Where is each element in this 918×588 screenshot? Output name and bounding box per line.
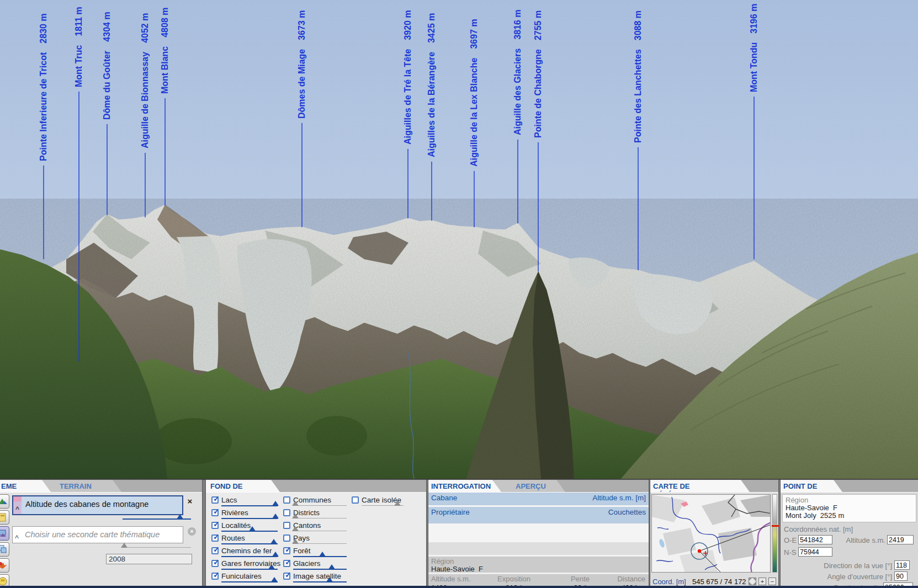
slider-thumb[interactable] bbox=[272, 514, 279, 518]
slider-thumb[interactable] bbox=[328, 564, 335, 569]
layer-opacity-slider[interactable] bbox=[221, 518, 278, 519]
second-theme-slider[interactable] bbox=[123, 547, 191, 548]
slider-thumb[interactable] bbox=[394, 501, 401, 506]
oe-input[interactable] bbox=[798, 535, 832, 544]
query-row-proprietaire[interactable]: Propriétaire Couchettes bbox=[428, 507, 649, 523]
layer-row: ✓Lacs bbox=[211, 496, 279, 509]
interrogation-panel: APERÇU INTERROGATION Cabane Altitude s.m… bbox=[428, 480, 649, 587]
layer-opacity-slider[interactable] bbox=[293, 556, 347, 557]
tab-fond-de-carte[interactable]: FOND DE CARTE bbox=[206, 480, 280, 492]
slider-thumb[interactable] bbox=[292, 539, 299, 544]
terrain-3d-view[interactable]: Pointe Inferieure de Tricot2830 mMont Tr… bbox=[0, 0, 918, 479]
reference-map-render bbox=[652, 495, 771, 573]
checkbox-checked[interactable]: ✓ bbox=[211, 573, 219, 580]
tab-apercu[interactable]: APERÇU bbox=[494, 480, 565, 492]
altitude-header: Altitude s.m. [m] bbox=[592, 494, 646, 502]
chevron-up-icon[interactable]: ^ bbox=[15, 505, 19, 513]
theme-panel-header: TERRAIN EME bbox=[0, 480, 202, 492]
slider-thumb[interactable] bbox=[319, 552, 326, 557]
oe-label: O-E bbox=[784, 536, 797, 544]
layer-opacity-slider[interactable] bbox=[221, 556, 278, 557]
layer-opacity-slider[interactable] bbox=[221, 569, 278, 570]
slider-thumb[interactable] bbox=[292, 526, 299, 531]
tool-button-2[interactable] bbox=[0, 510, 9, 525]
peak-label: Mont Blanc4808 m bbox=[160, 8, 169, 94]
slider-thumb[interactable] bbox=[272, 552, 279, 557]
slider-thumb[interactable] bbox=[270, 539, 277, 544]
layer-row: Districts bbox=[283, 509, 346, 521]
second-theme-dropdown[interactable]: ^ Choisir une seconde carte thématique bbox=[12, 526, 183, 543]
checkbox-checked[interactable]: ✓ bbox=[283, 573, 290, 580]
summit-value: Mont Joly 2525 m bbox=[786, 511, 844, 520]
checkbox-checked[interactable]: ✓ bbox=[211, 534, 219, 542]
query-stats-row: Altitude s.m. 1488 m Exposition 212 ° Pe… bbox=[428, 573, 649, 587]
slider-thumb[interactable] bbox=[326, 577, 333, 582]
slider-thumb[interactable] bbox=[121, 543, 128, 548]
peak-label: Aiguille des Glaciers3816 m bbox=[513, 9, 522, 135]
second-theme-placeholder: Choisir une seconde carte thématique bbox=[25, 530, 160, 539]
peak-label: Dôme du Goûter4304 m bbox=[102, 12, 112, 120]
chevron-up-icon[interactable]: ^ bbox=[15, 534, 19, 542]
tab-interrogation[interactable]: INTERROGATION bbox=[428, 480, 501, 492]
layer-opacity-slider[interactable] bbox=[293, 505, 347, 506]
layer-opacity-slider[interactable] bbox=[293, 518, 347, 518]
checkbox-checked[interactable]: ✓ bbox=[211, 509, 219, 516]
slider-thumb[interactable] bbox=[271, 577, 278, 582]
checkbox-checked[interactable]: ✓ bbox=[211, 547, 219, 554]
theme-layer-dropdown[interactable]: ^ Altitude des cabanes de montagne bbox=[12, 495, 183, 515]
layer-opacity-slider[interactable] bbox=[221, 543, 278, 544]
layer-opacity-slider[interactable] bbox=[221, 505, 278, 506]
tab-theme[interactable]: EME bbox=[0, 480, 51, 492]
slider-thumb[interactable] bbox=[292, 501, 299, 506]
tool-button-5[interactable] bbox=[0, 558, 9, 573]
tab-point-de-vue[interactable]: POINT DE VUE bbox=[781, 480, 842, 492]
layer-opacity-slider[interactable] bbox=[293, 531, 347, 531]
tool-button-1[interactable] bbox=[0, 494, 9, 509]
checkbox-unchecked[interactable] bbox=[283, 509, 290, 516]
layer-opacity-slider[interactable] bbox=[293, 543, 347, 544]
slider-thumb[interactable] bbox=[268, 564, 275, 569]
year-input[interactable] bbox=[106, 554, 192, 564]
checkbox-checked[interactable]: ✓ bbox=[211, 496, 219, 504]
layer-opacity-slider[interactable] bbox=[221, 581, 278, 582]
checkbox-unchecked[interactable] bbox=[352, 496, 359, 504]
tab-terrain[interactable]: TERRAIN bbox=[39, 480, 121, 492]
checkbox-unchecked[interactable] bbox=[283, 534, 290, 542]
close-theme-button[interactable]: × bbox=[185, 497, 194, 506]
peak-label: Mont Truc1811 m bbox=[74, 7, 83, 87]
layer-label: Glaciers bbox=[293, 559, 321, 568]
checkbox-checked[interactable]: ✓ bbox=[283, 560, 290, 567]
zoom-in-button[interactable]: + bbox=[758, 578, 766, 585]
region-label: Région bbox=[786, 496, 808, 504]
theme-opacity-slider[interactable] bbox=[123, 518, 191, 520]
aperture-label: Angle d'ouverture [°] bbox=[803, 573, 892, 581]
reference-map[interactable] bbox=[651, 494, 771, 573]
checkbox-unchecked[interactable] bbox=[283, 496, 290, 504]
layer-opacity-slider[interactable] bbox=[293, 581, 347, 582]
ns-input[interactable] bbox=[798, 547, 832, 557]
layer-opacity-slider[interactable] bbox=[293, 569, 347, 570]
altitude-input[interactable] bbox=[887, 535, 914, 544]
peak-label: Pointe de Chaborgne2755 m bbox=[533, 10, 543, 138]
slider-thumb[interactable] bbox=[292, 514, 299, 518]
query-row-cabane[interactable]: Cabane Altitude s.m. [m] bbox=[428, 493, 649, 505]
aperture-input[interactable] bbox=[894, 571, 908, 581]
peak-label: Aiguille de Bionnassay4052 m bbox=[140, 13, 150, 148]
tool-button-4[interactable] bbox=[0, 542, 9, 557]
checkbox-unchecked[interactable] bbox=[283, 522, 290, 529]
checkbox-checked[interactable]: ✓ bbox=[211, 522, 219, 529]
tab-carte-de-reference[interactable]: CARTE DE RÉFÉRENCE bbox=[650, 480, 750, 492]
layer-row: ✓Chemins de fer bbox=[211, 547, 279, 559]
direction-input[interactable] bbox=[894, 560, 910, 570]
checkbox-checked[interactable]: ✓ bbox=[211, 560, 219, 567]
layer-opacity-slider[interactable] bbox=[362, 505, 404, 506]
slider-thumb[interactable] bbox=[249, 526, 256, 531]
checkbox-checked[interactable]: ✓ bbox=[283, 547, 290, 554]
viewpoint-panel-header: POINT DE VUE bbox=[781, 480, 918, 492]
slider-thumb[interactable] bbox=[177, 514, 183, 519]
layer-opacity-slider[interactable] bbox=[221, 531, 278, 532]
slider-thumb[interactable] bbox=[272, 501, 279, 506]
fit-extent-button[interactable] bbox=[749, 578, 756, 585]
zoom-out-button[interactable]: − bbox=[768, 578, 776, 585]
tool-button-3[interactable] bbox=[0, 526, 9, 541]
